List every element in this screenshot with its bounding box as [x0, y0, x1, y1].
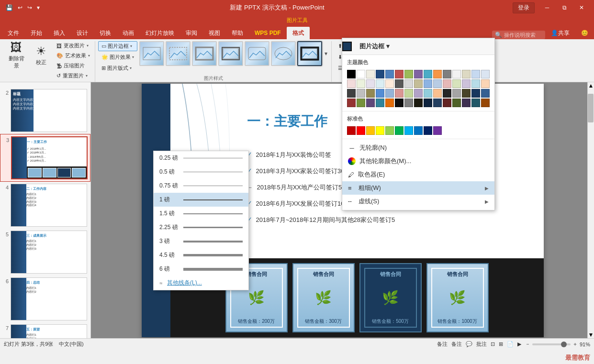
tab-transition[interactable]: 切换 — [94, 27, 117, 39]
color-paleblue5[interactable] — [481, 70, 490, 78]
undo-icon[interactable]: ↩ — [16, 3, 24, 12]
weight-6[interactable]: 6 磅 — [154, 262, 248, 276]
tab-insert[interactable]: 插入 — [48, 27, 71, 39]
style-thumb-1[interactable] — [139, 41, 164, 66]
scroll-thumb[interactable] — [588, 94, 594, 122]
color-lightgray5[interactable] — [452, 70, 461, 78]
tab-file[interactable]: 文件 — [2, 27, 25, 39]
tab-review[interactable]: 审阅 — [180, 27, 203, 39]
color-blue3[interactable] — [376, 89, 384, 98]
color-rose3[interactable] — [395, 89, 403, 98]
tab-start[interactable]: 开始 — [25, 27, 48, 39]
color-mauve4[interactable] — [462, 79, 471, 88]
color-red[interactable] — [395, 70, 403, 78]
zoom-level[interactable]: 91% — [580, 342, 590, 347]
tab-view[interactable]: 视图 — [203, 27, 226, 39]
color-khaki3[interactable] — [366, 89, 375, 98]
tab-wps-pdf[interactable]: WPS PDF — [249, 27, 287, 39]
notes-label[interactable]: 备注 — [451, 341, 462, 348]
std-darkblue[interactable] — [424, 126, 432, 135]
image-effect-button[interactable]: 🌟 图片效果▾ — [98, 52, 137, 62]
color-teal2[interactable] — [376, 99, 384, 107]
style-thumb-4[interactable] — [218, 41, 243, 66]
slide-sorter-icon[interactable]: ⊞ — [499, 341, 503, 347]
restore-button[interactable]: ⧉ — [556, 0, 573, 15]
color-gray1[interactable] — [395, 99, 403, 107]
style-thumb-7[interactable] — [297, 41, 322, 66]
tab-slideshow[interactable]: 幻灯片放映 — [140, 27, 180, 39]
remove-background-button[interactable]: 🖼 删除背景 — [5, 41, 28, 69]
color-peach5[interactable] — [385, 79, 394, 88]
color-sky3[interactable] — [424, 89, 432, 98]
color-lavender5[interactable] — [366, 79, 375, 88]
share-button[interactable]: 👤 共享 — [545, 27, 575, 39]
color-peach3[interactable] — [433, 89, 442, 98]
image-border-button[interactable]: ▭ 图片边框 ▾ — [98, 41, 137, 51]
color-darkolive1[interactable] — [452, 99, 461, 107]
color-crimson2[interactable] — [347, 99, 356, 107]
color-nearblack1[interactable] — [414, 99, 423, 107]
more-lines-item[interactable]: ≈ 其他线条(L)... — [154, 276, 248, 290]
color-lightgray1[interactable] — [404, 99, 413, 107]
std-green[interactable] — [395, 126, 403, 135]
slideshow-icon[interactable]: ▶ — [517, 341, 521, 347]
weight-15[interactable]: 1.5 磅 — [154, 207, 248, 221]
style-thumb-2[interactable] — [166, 41, 191, 66]
zoom-out-button[interactable]: － — [525, 341, 530, 348]
color-sand5[interactable] — [462, 70, 471, 78]
color-white[interactable] — [357, 70, 365, 78]
color-green3[interactable] — [404, 89, 413, 98]
comments-label[interactable]: 批注 — [476, 341, 487, 348]
help-search-input[interactable] — [504, 32, 542, 38]
weight-225[interactable]: 2.25 磅 — [154, 221, 248, 234]
color-steelblue4[interactable] — [433, 79, 442, 88]
weight-05[interactable]: 0.5 磅 — [154, 165, 248, 179]
color-gray5[interactable] — [443, 70, 451, 78]
comments-icon[interactable]: 💬 — [466, 341, 472, 347]
image-layout-button[interactable]: ⊞ 图片版式▾ — [98, 63, 137, 73]
std-purple[interactable] — [433, 126, 442, 135]
dashes-item[interactable]: ╌ 虚线(S) ▶ — [342, 195, 494, 208]
customize-icon[interactable]: ▾ — [35, 3, 42, 12]
close-button[interactable]: ✕ — [573, 0, 590, 15]
color-blue[interactable] — [385, 70, 394, 78]
zoom-in-button[interactable]: ＋ — [572, 341, 578, 348]
color-orange[interactable] — [433, 70, 442, 78]
color-medblue4[interactable] — [424, 79, 432, 88]
color-peach4[interactable] — [481, 79, 490, 88]
color-lightgray4[interactable] — [404, 79, 413, 88]
slide-thumb-2[interactable]: 2 标题 内容文字内容文字内容文字内容文字内容文字内容文字 — [0, 87, 90, 134]
style-scroll-down[interactable]: ▾ — [324, 49, 328, 58]
color-purple[interactable] — [414, 70, 423, 78]
color-palegreen5[interactable] — [357, 79, 365, 88]
emoji-button[interactable]: 😊 — [575, 27, 594, 39]
std-red[interactable] — [357, 126, 365, 135]
color-rose4[interactable] — [443, 79, 451, 88]
no-outline-item[interactable]: ─ 无轮廓(N) — [342, 141, 494, 154]
color-lightgray2[interactable] — [452, 89, 461, 98]
reset-image-button[interactable]: ↺ 重置图片▾ — [55, 71, 92, 80]
zoom-slider[interactable] — [532, 343, 571, 345]
tab-animation[interactable]: 动画 — [117, 27, 140, 39]
notes-button[interactable]: 备注 — [437, 341, 448, 348]
help-search[interactable]: 🔍 — [492, 31, 545, 39]
change-picture-button[interactable]: 🖼 更改图片▾ — [55, 41, 92, 50]
weight-1[interactable]: 1 磅 — [154, 193, 248, 207]
color-rust1[interactable] — [481, 99, 490, 107]
color-gray3[interactable] — [347, 89, 356, 98]
tab-help[interactable]: 帮助 — [226, 27, 249, 39]
color-navy2[interactable] — [471, 89, 480, 98]
std-orange[interactable] — [366, 126, 375, 135]
color-cream[interactable] — [366, 70, 375, 78]
color-teal[interactable] — [424, 70, 432, 78]
std-lime[interactable] — [385, 126, 394, 135]
minimize-button[interactable]: ─ — [538, 0, 556, 15]
color-steelblue3[interactable] — [385, 89, 394, 98]
compress-image-button[interactable]: 🗜 压缩图片 — [55, 61, 92, 70]
style-thumb-6[interactable] — [271, 41, 296, 66]
color-lightblue5[interactable] — [471, 70, 480, 78]
color-sage4[interactable] — [452, 79, 461, 88]
tab-design[interactable]: 设计 — [71, 27, 94, 39]
color-picker-item[interactable]: 🖊 取色器(E) — [342, 168, 494, 181]
color-pink5[interactable] — [347, 79, 356, 88]
